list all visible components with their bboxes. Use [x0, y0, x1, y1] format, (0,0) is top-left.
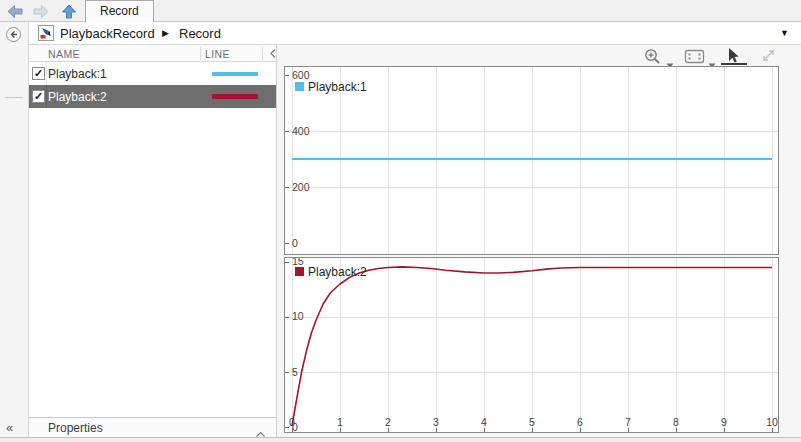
checkbox-cell: ✓: [29, 85, 47, 108]
checkmark-icon: ✓: [34, 67, 43, 79]
svg-text:9: 9: [721, 416, 727, 428]
signal-visibility-checkbox[interactable]: ✓: [32, 90, 45, 103]
breadcrumb-separator-icon: ▶: [162, 26, 169, 38]
playback1-plot[interactable]: 0200400600Playback:1: [284, 66, 779, 255]
chart-panel: 0200400600Playback:1 051015012345678910P…: [277, 45, 801, 437]
signal-line-swatch[interactable]: [212, 94, 258, 99]
column-header-line[interactable]: LINE: [205, 48, 230, 60]
svg-text:600: 600: [292, 69, 310, 81]
column-divider: [262, 47, 263, 60]
svg-text:3: 3: [433, 416, 439, 428]
signal-name: Playback:2: [48, 90, 107, 104]
chevron-up-icon[interactable]: [255, 424, 266, 431]
svg-text:7: 7: [625, 416, 631, 428]
chart-toolbar: [277, 45, 801, 67]
table-header: NAME LINE: [29, 45, 276, 62]
fit-dropdown-caret-icon[interactable]: [708, 54, 716, 59]
maximize-icon[interactable]: [760, 47, 777, 64]
fit-to-view-icon[interactable]: [684, 47, 705, 66]
table-row[interactable]: ✓ Playback:1: [29, 62, 276, 85]
checkmark-icon: ✓: [34, 90, 43, 102]
zoom-in-icon[interactable]: [643, 47, 662, 66]
properties-label: Properties: [48, 421, 103, 435]
breadcrumb-model[interactable]: PlaybackRecord: [60, 26, 155, 41]
zoom-dropdown-caret-icon[interactable]: [666, 54, 674, 59]
tab-record[interactable]: Record: [85, 0, 154, 22]
svg-text:2: 2: [385, 416, 391, 428]
pointer-tool-icon[interactable]: [726, 47, 742, 64]
svg-text:200: 200: [292, 181, 310, 193]
svg-text:Playback:2: Playback:2: [308, 265, 367, 279]
tab-bar: Record: [0, 0, 801, 22]
breadcrumb-current[interactable]: Record: [179, 26, 221, 41]
breadcrumb-dropdown-icon[interactable]: ▼: [780, 28, 789, 38]
svg-text:400: 400: [292, 125, 310, 137]
playback2-plot[interactable]: 051015012345678910Playback:2: [284, 257, 779, 433]
pointer-active-underline: [721, 63, 747, 65]
collapse-left-panel-button[interactable]: «: [6, 420, 13, 435]
svg-text:10: 10: [766, 416, 778, 428]
left-rail: «: [0, 22, 29, 437]
column-header-name[interactable]: NAME: [48, 48, 80, 60]
signal-table-panel: NAME LINE ✓ Playback:1 ✓ Playbac: [29, 45, 277, 437]
svg-text:Playback:1: Playback:1: [308, 80, 367, 94]
svg-text:0: 0: [292, 237, 298, 249]
svg-text:1: 1: [337, 416, 343, 428]
signal-line-swatch[interactable]: [212, 72, 258, 76]
signal-visibility-checkbox[interactable]: ✓: [32, 67, 45, 80]
properties-bar[interactable]: Properties: [29, 417, 276, 437]
checkbox-cell: ✓: [29, 62, 47, 85]
svg-text:6: 6: [577, 416, 583, 428]
svg-text:10: 10: [292, 310, 304, 322]
table-row-selected[interactable]: ✓ Playback:2: [29, 85, 276, 108]
svg-text:5: 5: [529, 416, 535, 428]
forward-arrow-icon[interactable]: [32, 3, 50, 20]
back-arrow-icon[interactable]: [6, 3, 24, 20]
up-arrow-icon[interactable]: [60, 3, 78, 20]
svg-text:8: 8: [673, 416, 679, 428]
signal-name: Playback:1: [48, 67, 107, 81]
circled-back-arrow-icon[interactable]: [5, 26, 22, 43]
svg-text:4: 4: [481, 416, 487, 428]
record-block-icon: [38, 25, 54, 41]
svg-text:5: 5: [292, 366, 298, 378]
column-divider: [200, 47, 201, 60]
rail-divider: [5, 97, 23, 98]
record-viewer-window: Record PlaybackRecord ▶ Record ▼ «: [0, 0, 801, 442]
breadcrumb: PlaybackRecord ▶ Record ▼: [29, 22, 801, 45]
window-footer: [0, 437, 801, 442]
svg-text:15: 15: [292, 258, 304, 267]
tab-record-label: Record: [100, 4, 139, 18]
